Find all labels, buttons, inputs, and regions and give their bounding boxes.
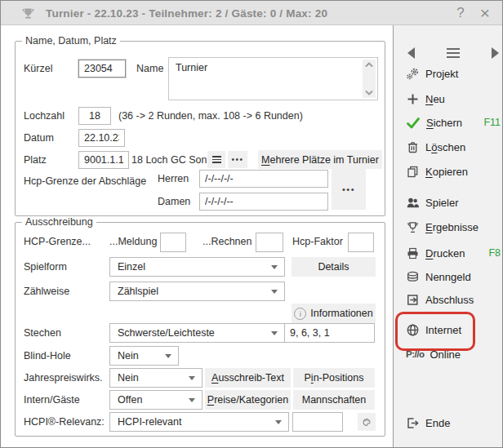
damen-input[interactable] (200, 193, 327, 210)
sidebar-item-kopieren[interactable]: Kopieren (406, 164, 501, 179)
sidebar-item-sichern[interactable]: Sichern F11 (406, 115, 501, 130)
damen-label: Damen (158, 196, 190, 207)
kuerzel-label: Kürzel (24, 63, 52, 74)
sidebar-item-abschluss[interactable]: Abschluss (406, 292, 501, 307)
name-value: Turnier (176, 62, 359, 73)
hamburger-menu-icon[interactable] (447, 48, 460, 59)
mannschaften-button[interactable]: Mannschaften (293, 390, 375, 410)
jahrespreis-dropdown[interactable]: Nein (109, 368, 203, 388)
platz-input-wrap (78, 151, 129, 169)
sidebar-item-label: Ende (425, 417, 450, 429)
sidebar-item-label: Ergebnisse (425, 221, 479, 233)
hcpi-extra-input-wrap (292, 412, 343, 432)
hcp-grenze-label: HCP-Grenze... (24, 236, 91, 247)
lochzahl-hint: (36 -> 2 Runden, max. 108 -> 6 Runden) (118, 110, 303, 122)
sidebar-item-ende[interactable]: Ende (406, 415, 501, 430)
intern-gaeste-label: Intern/Gäste (24, 394, 80, 406)
sidebar-item-label: Nenngeld (425, 271, 471, 283)
ausschreib-text-button[interactable]: Ausschreib-Text (205, 368, 291, 388)
box-arrow-right-icon (406, 293, 420, 307)
check-icon (406, 116, 421, 130)
hcp-faktor-input[interactable] (349, 233, 373, 251)
hcp-faktor-input-wrap (348, 233, 374, 252)
stechen-dropdown[interactable]: Schwerste/Leichteste (109, 323, 285, 343)
herren-input-wrap (199, 170, 328, 188)
mehrere-plaetze-button[interactable]: Mehrere Plätze im Turnier (258, 150, 382, 169)
platz-label: Platz (24, 154, 47, 166)
printer-icon (406, 246, 420, 260)
preise-kategorien-button[interactable]: Preise/Kategorien (205, 390, 291, 410)
stechen-label: Stechen (24, 327, 61, 339)
informationen-button[interactable]: i Informationen (292, 304, 376, 323)
pin-positions-pre: P (305, 372, 311, 384)
name-scrollbar[interactable] (363, 60, 376, 98)
stechen-reihenfolge-input[interactable] (285, 324, 374, 342)
spielform-label: Spielform (24, 261, 67, 273)
chevron-down-icon[interactable] (364, 90, 374, 96)
sidebar-item-label: Abschluss (425, 294, 474, 306)
hcpi-relevanz-value: HCPI-relevant (118, 416, 182, 428)
blind-hole-dropdown[interactable]: Nein (109, 346, 179, 366)
rechnen-input[interactable] (256, 233, 283, 251)
datum-input[interactable] (79, 130, 124, 146)
sidebar-item-nenngeld[interactable]: Nenngeld (406, 269, 501, 284)
sidebar-item-label: Drucken (425, 247, 465, 259)
intern-gaeste-dropdown[interactable]: Offen (109, 390, 203, 410)
kuerzel-input[interactable] (79, 60, 125, 77)
zaehlweise-dropdown[interactable]: Zählspiel (109, 282, 285, 301)
chevron-up-icon[interactable] (364, 61, 374, 68)
shortcut-f11: F11 (483, 117, 501, 128)
damen-input-wrap (199, 193, 328, 211)
herren-label: Herren (158, 173, 189, 184)
arrow-right-icon[interactable] (492, 47, 499, 59)
chevron-down-icon (271, 331, 278, 335)
mehrere-plaetze-key: M (261, 154, 269, 166)
preise-kategorien-key: P (207, 394, 214, 406)
platz-list-button[interactable] (207, 151, 225, 168)
platz-more-button[interactable]: ••• (228, 151, 247, 168)
sidebar-item-ergebnisse[interactable]: Ergebnisse (406, 220, 501, 234)
name-textarea[interactable]: Turnier (168, 57, 378, 100)
sidebar-item-neu[interactable]: Neu (406, 91, 501, 106)
trophy-icon (406, 220, 420, 234)
hcp-grenze-more-button[interactable]: ••• (332, 169, 366, 210)
preise-kategorien-post: reise/Kategorien (214, 394, 288, 406)
close-button[interactable]: × (474, 1, 496, 25)
spielform-dropdown[interactable]: Einzel (109, 257, 285, 277)
sidebar-item-label: Internet (425, 324, 461, 336)
pin-positions-button[interactable]: Pin-Positions (293, 368, 375, 388)
group-ausschreibung-legend: Ausschreibung (22, 216, 96, 228)
lochzahl-input[interactable] (79, 108, 110, 124)
jahrespreis-label: Jahrespreiswirks. (24, 372, 103, 384)
platz-input[interactable] (79, 152, 128, 168)
globe-icon (406, 323, 420, 337)
color-palette-button[interactable] (358, 413, 376, 431)
hcp-faktor-label: Hcp-Faktor (292, 236, 343, 247)
hcpi-extra-input[interactable] (293, 413, 342, 431)
rechnen-label: ...Rechnen (203, 236, 252, 247)
sidebar-item-loeschen[interactable]: Löschen (406, 140, 501, 154)
titlebar: Turnier - 22.10.23 - Teilnehmer: 2 / Gäs… (1, 1, 502, 25)
sidebar-item-label: Spieler (425, 197, 458, 209)
sidebar-item-spieler[interactable]: Spieler (406, 195, 501, 210)
sidebar-item-label: Projekt (425, 68, 458, 80)
exit-icon (406, 416, 420, 430)
sidebar-item-online[interactable]: P://o Online (406, 347, 501, 362)
details-button[interactable]: Details (292, 257, 376, 277)
herren-input[interactable] (200, 171, 327, 187)
sidebar-item-internet[interactable]: Internet (406, 322, 501, 337)
hcpi-relevanz-dropdown[interactable]: HCPI-relevant (109, 412, 289, 432)
chevron-down-icon (271, 290, 278, 294)
sidebar-item-projekt[interactable]: Projekt (406, 66, 501, 81)
info-icon: i (294, 308, 306, 320)
sidebar-item-drucken[interactable]: Drucken F8 (406, 246, 501, 260)
rechnen-input-wrap (256, 233, 283, 252)
shortcut-f8: F8 (488, 247, 501, 259)
help-button[interactable]: ? (450, 1, 471, 25)
coins-icon (406, 270, 420, 284)
arrow-left-icon[interactable] (407, 47, 415, 59)
chevron-down-icon (275, 420, 282, 424)
meldung-input[interactable] (161, 233, 185, 251)
meldung-input-wrap (160, 233, 186, 252)
stechen-value: Schwerste/Leichteste (118, 327, 215, 339)
